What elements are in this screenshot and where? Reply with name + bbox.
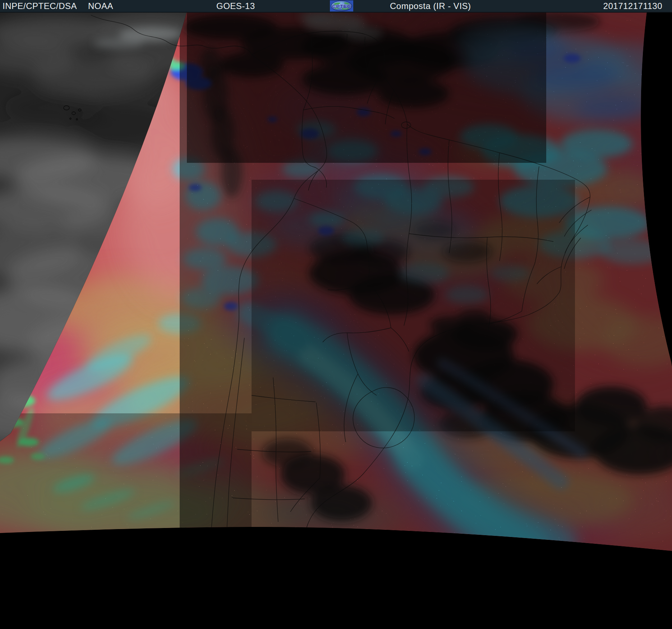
product-label: Composta (IR - VIS) — [390, 1, 471, 11]
satellite-scene — [0, 0, 672, 629]
timestamp-label: 201712171130 — [603, 1, 662, 11]
agency-label: INPE/CPTEC/DSA — [3, 1, 77, 11]
cptec-globe-logo: CPTEC — [330, 0, 353, 12]
noaa-label: NOAA — [88, 1, 113, 11]
satellite-product-image: INPE/CPTEC/DSA NOAA GOES-13 Composta (IR… — [0, 0, 672, 629]
satellite-label: GOES-13 — [216, 1, 255, 11]
logo-text: CPTEC — [332, 3, 351, 9]
title-bar: INPE/CPTEC/DSA NOAA GOES-13 Composta (IR… — [0, 0, 672, 13]
